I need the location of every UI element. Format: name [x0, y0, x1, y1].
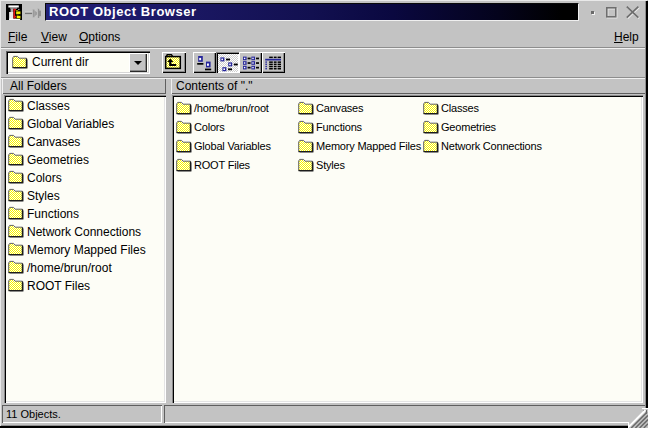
- folder-icon: [176, 120, 192, 134]
- titlebar-band[interactable]: ROOT Object Browser: [45, 3, 579, 21]
- right-panel-title: Contents of ".": [176, 79, 253, 93]
- folders-tree: Classes Global Variables Canvases Geomet…: [4, 95, 166, 403]
- tree-item[interactable]: Canvases: [8, 135, 80, 149]
- root-browser-icon: [6, 4, 22, 20]
- menu-help[interactable]: Help: [614, 28, 639, 46]
- menu-view[interactable]: View: [41, 28, 67, 46]
- tree-item[interactable]: Functions: [8, 207, 79, 221]
- list-item[interactable]: Classes: [423, 101, 479, 115]
- folder-icon: [423, 101, 439, 115]
- list-item[interactable]: Styles: [298, 158, 345, 172]
- folder-icon: [423, 120, 439, 134]
- tree-item[interactable]: Network Connections: [8, 225, 141, 239]
- tree-item[interactable]: /home/brun/root: [8, 261, 112, 275]
- tree-item-label: Memory Mapped Files: [27, 243, 146, 257]
- pushpin-icon[interactable]: [25, 7, 41, 19]
- tree-item[interactable]: ROOT Files: [8, 279, 90, 293]
- statusbar-section: [164, 405, 646, 423]
- list-item-label: Memory Mapped Files: [316, 139, 421, 153]
- list-item[interactable]: Canvases: [298, 101, 363, 115]
- large-icons-button[interactable]: [193, 52, 216, 73]
- list-item-label: Canvases: [316, 101, 363, 115]
- small-icons-button[interactable]: [216, 52, 239, 73]
- toolbar: Current dir: [0, 48, 648, 77]
- list-item[interactable]: ROOT Files: [176, 158, 250, 172]
- close-x-icon[interactable]: [625, 5, 641, 20]
- list-item[interactable]: Functions: [298, 120, 362, 134]
- directory-combobox-value: Current dir: [32, 55, 89, 70]
- folder-icon: [298, 139, 314, 153]
- small-icons-icon: [216, 52, 239, 73]
- list-item[interactable]: /home/brun/root: [176, 101, 269, 115]
- tree-item-label: Classes: [27, 99, 70, 113]
- folder-icon: [298, 158, 314, 172]
- list-item[interactable]: Network Connections: [423, 139, 542, 153]
- tree-item-label: /home/brun/root: [27, 261, 112, 275]
- details-view-button[interactable]: [262, 52, 285, 73]
- folder-icon: [8, 152, 24, 166]
- menu-file[interactable]: File: [8, 28, 27, 46]
- folder-icon: [298, 120, 314, 134]
- chevron-down-icon: [134, 61, 142, 65]
- tree-item-label: Colors: [27, 171, 62, 185]
- folder-icon: [8, 134, 24, 148]
- folder-icon: [298, 101, 314, 115]
- list-item-label: Styles: [316, 158, 345, 172]
- folder-icon: [8, 242, 24, 256]
- folder-icon: [176, 101, 192, 115]
- tree-item[interactable]: Styles: [8, 189, 60, 203]
- directory-combobox[interactable]: Current dir: [6, 51, 150, 74]
- folder-icon: [176, 139, 192, 153]
- list-item-label: Network Connections: [441, 139, 542, 153]
- tree-item-label: Network Connections: [27, 225, 141, 239]
- left-panel-title: All Folders: [10, 79, 67, 93]
- window-edge: [0, 0, 647, 1]
- list-view-icon: [239, 52, 262, 73]
- list-item[interactable]: Global Variables: [176, 139, 271, 153]
- folder-icon: [8, 188, 24, 202]
- list-item-label: Colors: [194, 120, 225, 134]
- list-view-button[interactable]: [239, 52, 262, 73]
- folder-icon: [8, 224, 24, 238]
- menubar: File View Options Help: [0, 28, 648, 46]
- tree-item-label: Styles: [27, 189, 60, 203]
- folder-icon: [176, 158, 192, 172]
- contents-list: /home/brun/root Colors Global Variables …: [172, 95, 643, 403]
- tree-item-label: Global Variables: [27, 117, 114, 131]
- folder-icon: [8, 116, 24, 130]
- folder-up-icon: [162, 52, 186, 73]
- tree-item[interactable]: Classes: [8, 99, 70, 113]
- menu-options[interactable]: Options: [79, 28, 120, 46]
- tree-item-label: Canvases: [27, 135, 80, 149]
- combobox-dropdown-button[interactable]: [129, 53, 147, 72]
- tree-item[interactable]: Global Variables: [8, 117, 114, 131]
- list-item-label: Global Variables: [194, 139, 271, 153]
- up-one-level-button[interactable]: [162, 52, 186, 73]
- large-icons-icon: [193, 52, 216, 73]
- tree-item-label: Geometries: [27, 153, 89, 167]
- list-item-label: Geometries: [441, 120, 496, 134]
- right-panel-header: Contents of ".": [171, 78, 646, 94]
- tree-item[interactable]: Colors: [8, 171, 62, 185]
- folder-icon: [8, 278, 24, 292]
- window-title: ROOT Object Browser: [49, 4, 197, 20]
- minimize-dot-icon[interactable]: [591, 11, 594, 14]
- list-item-label: ROOT Files: [194, 158, 250, 172]
- tree-item[interactable]: Geometries: [8, 153, 89, 167]
- list-item-label: /home/brun/root: [194, 101, 269, 115]
- list-item-label: Functions: [316, 120, 362, 134]
- tree-item[interactable]: Memory Mapped Files: [8, 243, 146, 257]
- resize-grip[interactable]: [628, 408, 648, 428]
- tree-item-label: Functions: [27, 207, 79, 221]
- list-item[interactable]: Geometries: [423, 120, 496, 134]
- titlebar: ROOT Object Browser: [0, 0, 648, 28]
- folder-icon: [8, 206, 24, 220]
- statusbar-objects: 11 Objects.: [2, 405, 162, 423]
- folder-icon: [8, 170, 24, 184]
- root-object-browser-window: ROOT Object Browser File View Options He…: [0, 0, 648, 428]
- folder-icon: [8, 260, 24, 274]
- maximize-square-icon[interactable]: [605, 6, 619, 20]
- folder-icon: [8, 98, 24, 112]
- list-item[interactable]: Memory Mapped Files: [298, 139, 421, 153]
- list-item[interactable]: Colors: [176, 120, 225, 134]
